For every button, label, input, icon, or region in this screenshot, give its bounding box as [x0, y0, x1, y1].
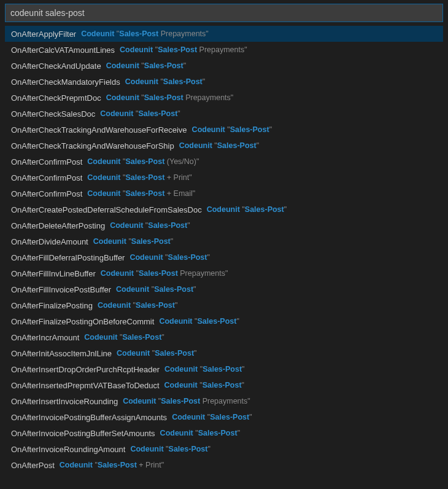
quote-close: ": [231, 93, 233, 102]
module-suffix: + Print: [137, 461, 161, 469]
codeunit-label: Codeunit: [172, 413, 205, 421]
result-item[interactable]: OnAfterConfirmPostCodeunit "Sales-Post (…: [5, 154, 443, 170]
quote-close: ": [249, 413, 252, 421]
event-name: OnAfterFillInvoicePostBuffer: [11, 285, 111, 294]
codeunit-label: Codeunit: [123, 397, 156, 405]
quote-open: ": [198, 365, 203, 374]
quote-close: ": [193, 189, 195, 198]
result-item[interactable]: OnAfterInvoicePostingBufferAssignAmounts…: [5, 409, 443, 425]
module-name: Sales-Post: [154, 285, 193, 294]
quote-close: ": [207, 253, 209, 262]
search-wrapper: [5, 4, 443, 22]
quote-close: ": [244, 45, 247, 54]
quote-close: ": [207, 445, 210, 453]
event-name: OnAfterFillInvLineBuffer: [11, 269, 96, 278]
quote-open: ": [193, 429, 198, 437]
codeunit-label: Codeunit: [98, 301, 131, 310]
quote-close: ": [269, 125, 272, 134]
codeunit-label: Codeunit: [164, 365, 198, 374]
result-item[interactable]: OnAfterCheckSalesDocCodeunit "Sales-Post…: [5, 106, 443, 122]
result-item[interactable]: OnAfterApplyFilterCodeunit "Sales-Post P…: [5, 26, 443, 42]
codeunit-label: Codeunit: [87, 189, 120, 198]
quote-open: ": [225, 125, 230, 134]
module-suffix: Prepayments: [183, 93, 231, 102]
event-name: OnAfterPost: [11, 461, 55, 470]
result-item[interactable]: OnAfterDeleteAfterPostingCodeunit "Sales…: [5, 217, 443, 233]
event-source: Codeunit "Sales-Post Prepayments": [123, 397, 250, 405]
result-item[interactable]: OnAfterInitAssocItemJnlLineCodeunit "Sal…: [5, 345, 443, 361]
result-item[interactable]: OnAfterCheckMandatoryFieldsCodeunit "Sal…: [5, 74, 443, 90]
result-item[interactable]: OnAfterCheckAndUpdateCodeunit "Sales-Pos…: [5, 58, 443, 74]
module-name: Sales-Post: [203, 381, 242, 389]
search-input[interactable]: [10, 8, 438, 18]
module-name: Sales-Post: [131, 237, 171, 246]
result-item[interactable]: OnAfterFinalizePostingOnBeforeCommitCode…: [5, 313, 443, 329]
result-item[interactable]: OnAfterCalcVATAmountLinesCodeunit "Sales…: [5, 42, 443, 58]
module-suffix: Prepayments: [200, 397, 247, 405]
codeunit-label: Codeunit: [93, 237, 126, 246]
module-suffix: + Email: [164, 189, 193, 198]
event-name: OnAfterConfirmPost: [11, 157, 82, 166]
result-item[interactable]: OnAfterCreatePostedDeferralScheduleFromS…: [5, 201, 443, 217]
module-name: Sales-Post: [144, 93, 183, 102]
result-item[interactable]: OnAfterCheckTrackingAndWarehouseForShipC…: [5, 138, 443, 154]
event-source: Codeunit "Sales-Post": [116, 285, 196, 294]
module-name: Sales-Post: [155, 349, 194, 358]
codeunit-label: Codeunit: [100, 109, 133, 118]
event-source: Codeunit "Sales-Post Prepayments": [101, 269, 228, 278]
event-name: OnAfterCheckTrackingAndWarehouseForRecei…: [11, 125, 187, 135]
result-item[interactable]: OnAfterPostCodeunit "Sales-Post + Print": [5, 457, 443, 473]
event-source: Codeunit "Sales-Post": [98, 301, 177, 310]
quote-open: ": [240, 205, 245, 214]
quote-close: ": [175, 301, 177, 310]
result-item[interactable]: OnAfterInvoiceRoundingAmountCodeunit "Sa…: [5, 441, 443, 457]
result-item[interactable]: OnAfterIncrAmountCodeunit "Sales-Post": [5, 329, 443, 345]
event-name: OnAfterIncrAmount: [11, 333, 79, 342]
module-name: Sales-Post: [217, 141, 257, 150]
codeunit-label: Codeunit: [101, 269, 134, 278]
event-source: Codeunit "Sales-Post + Email": [87, 189, 195, 198]
result-item[interactable]: OnAfterFillInvoicePostBufferCodeunit "Sa…: [5, 281, 443, 297]
module-name: Sales-Post: [198, 429, 238, 437]
event-source: Codeunit "Sales-Post Prepayments": [106, 93, 234, 102]
quote-open: ": [93, 461, 98, 469]
event-source: Codeunit "Sales-Post (Yes/No)": [87, 157, 199, 166]
event-source: Codeunit "Sales-Post": [159, 317, 239, 326]
codeunit-label: Codeunit: [125, 77, 158, 86]
event-source: Codeunit "Sales-Post": [125, 77, 205, 86]
quote-close: ": [177, 109, 180, 118]
result-item[interactable]: OnAfterInsertedPrepmtVATBaseToDeductCode…: [5, 377, 443, 393]
quote-open: ": [198, 381, 203, 389]
result-item[interactable]: OnAfterFillInvLineBufferCodeunit "Sales-…: [5, 265, 443, 281]
event-source: Codeunit "Sales-Post": [172, 413, 252, 421]
result-item[interactable]: OnAfterDivideAmountCodeunit "Sales-Post": [5, 233, 443, 249]
event-name: OnAfterCheckPrepmtDoc: [11, 93, 101, 103]
event-source: Codeunit "Sales-Post": [207, 205, 287, 214]
module-suffix: Prepayments: [197, 45, 244, 54]
result-item[interactable]: OnAfterFinalizePostingCodeunit "Sales-Po…: [5, 297, 443, 313]
quote-open: ": [139, 61, 144, 70]
codeunit-label: Codeunit: [116, 285, 149, 294]
quote-close: ": [161, 461, 164, 469]
event-source: Codeunit "Sales-Post": [164, 381, 244, 389]
quote-close: ": [187, 221, 190, 230]
result-item[interactable]: OnAfterInsertInvoiceRoundingCodeunit "Sa…: [5, 393, 443, 409]
codeunit-label: Codeunit: [192, 125, 225, 134]
result-item[interactable]: OnAfterCheckPrepmtDocCodeunit "Sales-Pos…: [5, 90, 443, 106]
event-name: OnAfterFinalizePostingOnBeforeCommit: [11, 317, 154, 326]
module-name: Sales-Post: [119, 29, 158, 38]
event-source: Codeunit "Sales-Post + Print": [87, 173, 191, 182]
result-item[interactable]: OnAfterInvoicePostingBufferSetAmountsCod…: [5, 425, 443, 441]
quote-close: ": [257, 141, 259, 150]
event-name: OnAfterInsertedPrepmtVATBaseToDeduct: [11, 381, 160, 390]
result-item[interactable]: OnAfterInsertDropOrderPurchRcptHeaderCod…: [5, 361, 443, 377]
result-item[interactable]: OnAfterCheckTrackingAndWarehouseForRecei…: [5, 122, 443, 138]
result-item[interactable]: OnAfterConfirmPostCodeunit "Sales-Post +…: [5, 170, 443, 186]
module-name: Sales-Post: [245, 205, 284, 214]
module-name: Sales-Post: [136, 301, 175, 310]
quote-open: ": [134, 269, 139, 278]
event-name: OnAfterCheckSalesDoc: [11, 109, 95, 119]
result-item[interactable]: OnAfterFillDeferralPostingBufferCodeunit…: [5, 249, 443, 265]
result-item[interactable]: OnAfterConfirmPostCodeunit "Sales-Post +…: [5, 186, 443, 201]
event-name: OnAfterInitAssocItemJnlLine: [11, 349, 112, 358]
